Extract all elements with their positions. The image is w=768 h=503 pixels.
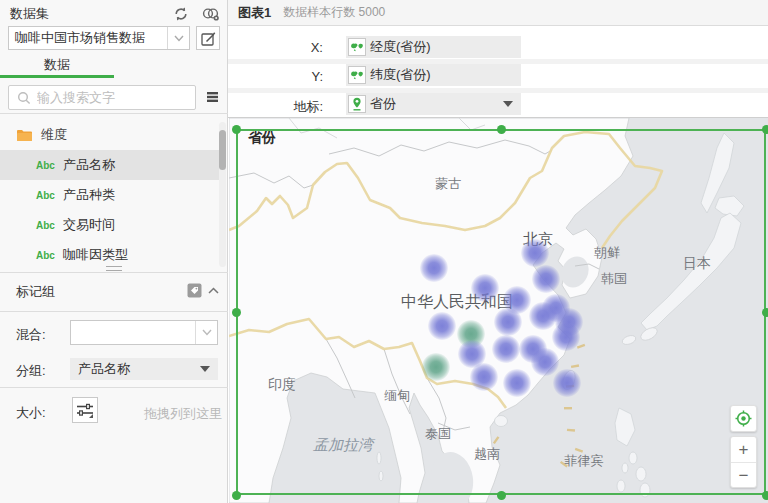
zoom-in-button[interactable]: + xyxy=(731,437,756,463)
selection-handle[interactable] xyxy=(762,491,768,500)
field-list: Abc 产品名称 Abc 产品种类 Abc 交易时间 Abc 咖啡因类型 xyxy=(0,150,219,270)
refresh-button[interactable] xyxy=(171,4,191,24)
edit-dataset-button[interactable] xyxy=(196,26,220,50)
group-select-value: 产品名称 xyxy=(70,360,200,378)
dataset-select[interactable]: 咖啡中国市场销售数据 xyxy=(8,26,190,50)
sample-row-count: 数据样本行数 5000 xyxy=(283,4,385,21)
chart-header: 图表1 数据样本行数 5000 xyxy=(228,0,768,26)
field-options-button[interactable] xyxy=(204,88,222,106)
dimensions-label: 维度 xyxy=(41,126,67,144)
locate-button[interactable] xyxy=(730,405,757,432)
folder-icon xyxy=(16,128,33,142)
size-drop-placeholder: 拖拽列到这里 xyxy=(144,405,222,423)
chart-title: 图表1 xyxy=(238,4,271,22)
chevron-down-icon xyxy=(167,27,189,49)
selection-rectangle[interactable] xyxy=(236,129,766,495)
geo-select-value: 省份 xyxy=(370,95,503,113)
tab-active-underline xyxy=(0,75,114,78)
size-settings-button[interactable] xyxy=(72,397,98,423)
pencil-icon xyxy=(201,31,216,46)
dataset-select-value: 咖啡中国市场销售数据 xyxy=(9,29,167,47)
dataset-sidebar: 数据集 咖啡中国市场销售数据 xyxy=(0,0,228,503)
selection-handle[interactable] xyxy=(232,125,241,134)
zoom-out-button[interactable]: − xyxy=(731,463,756,489)
search-icon xyxy=(17,91,31,105)
dataset-section-title: 数据集 xyxy=(10,5,49,23)
selection-handle[interactable] xyxy=(232,491,241,500)
dropdown-triangle-icon xyxy=(200,366,210,372)
x-axis-label: X: xyxy=(228,40,323,55)
tab-data[interactable]: 数据 xyxy=(0,56,114,75)
location-pin-icon xyxy=(348,95,366,113)
mark-tag-icon[interactable] xyxy=(187,283,202,298)
blend-label: 混合: xyxy=(16,326,46,344)
world-map-icon xyxy=(348,66,366,84)
divider xyxy=(0,272,228,273)
divider xyxy=(0,113,228,114)
divider xyxy=(0,311,228,312)
text-type-icon: Abc xyxy=(36,190,55,201)
app-window: 数据集 咖啡中国市场销售数据 xyxy=(0,0,768,503)
dropdown-triangle-icon xyxy=(503,101,513,107)
text-type-icon: Abc xyxy=(36,250,55,261)
group-select[interactable]: 产品名称 xyxy=(70,358,218,380)
dimensions-header[interactable]: 维度 xyxy=(16,126,67,144)
y-field-pill[interactable]: 纬度(省份) xyxy=(346,64,521,86)
group-label: 分组: xyxy=(16,362,46,380)
chart-panel: 图表1 数据样本行数 5000 X: 经度(省份) Y: xyxy=(228,0,768,503)
geo-label: 地标: xyxy=(228,98,323,116)
chevron-down-icon xyxy=(195,321,217,344)
refresh-icon xyxy=(172,5,190,23)
zoom-controls: + − xyxy=(730,436,757,488)
divider xyxy=(0,387,228,388)
selection-handle[interactable] xyxy=(232,308,241,317)
x-field-value: 经度(省份) xyxy=(370,38,521,56)
selection-handle[interactable] xyxy=(497,491,506,500)
selection-handle[interactable] xyxy=(762,308,768,317)
field-list-scrollbar[interactable] xyxy=(219,122,226,267)
marks-group-title: 标记组 xyxy=(16,283,55,301)
field-search xyxy=(8,85,196,110)
blend-button[interactable] xyxy=(201,4,221,24)
world-map-icon xyxy=(348,38,366,56)
locate-icon xyxy=(735,410,752,427)
text-type-icon: Abc xyxy=(36,220,55,231)
map-canvas[interactable]: 蒙古北京朝鲜韩国日本中华人民共和国印度缅甸泰国越南孟加拉湾菲律宾 省份 xyxy=(229,118,768,503)
search-input[interactable] xyxy=(37,90,213,105)
selection-handle[interactable] xyxy=(497,125,506,134)
x-field-pill[interactable]: 经度(省份) xyxy=(346,36,521,58)
panel-resize-handle[interactable] xyxy=(106,266,122,271)
blend-icon xyxy=(201,5,221,23)
y-field-value: 纬度(省份) xyxy=(370,66,521,84)
sliders-icon xyxy=(76,401,94,419)
blend-select[interactable] xyxy=(70,320,218,345)
field-row-product-name[interactable]: Abc 产品名称 xyxy=(0,150,219,180)
selection-handle[interactable] xyxy=(762,125,768,134)
field-row-transaction-time[interactable]: Abc 交易时间 xyxy=(0,210,219,240)
collapse-chevron-icon[interactable] xyxy=(208,287,219,294)
blend-select-value xyxy=(71,321,195,344)
geo-select[interactable]: 省份 xyxy=(346,93,521,115)
y-axis-label: Y: xyxy=(228,69,323,84)
field-row-product-category[interactable]: Abc 产品种类 xyxy=(0,180,219,210)
size-label: 大小: xyxy=(16,404,46,422)
text-type-icon: Abc xyxy=(36,160,55,171)
menu-icon xyxy=(207,91,219,103)
